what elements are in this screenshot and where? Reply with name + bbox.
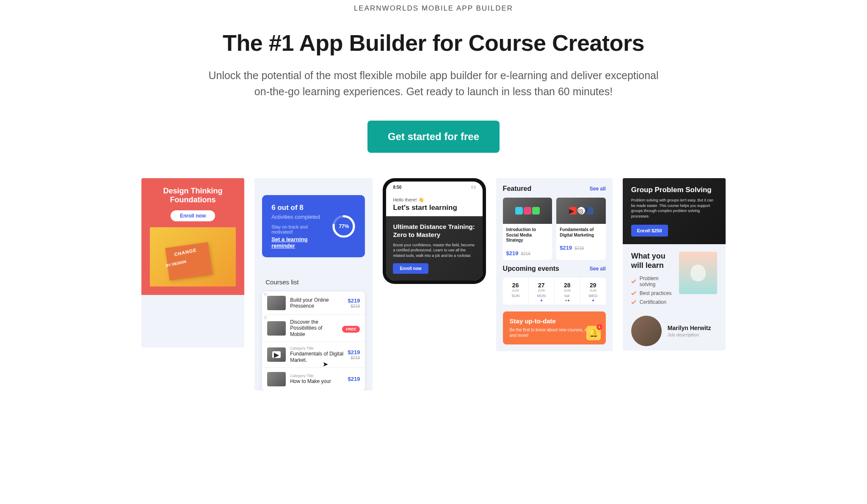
check-icon: [631, 300, 636, 304]
course-description: Problem solving with groups isn't easy. …: [631, 198, 717, 219]
list-item[interactable]: ♡ Build your Online Pressence $219$219: [262, 292, 365, 315]
course-image: BY DESIGN: [150, 227, 236, 286]
list-item[interactable]: ▶ Category TitleFundamentals of Digital …: [262, 342, 365, 368]
eyebrow-text: LEARNWORLDS MOBILE APP BUILDER: [146, 4, 721, 13]
progress-ring: 77%: [332, 215, 356, 238]
panel-featured-events: Featured See all Introduction to Social …: [496, 178, 613, 351]
greeting-text: Hello there! 👋: [393, 197, 475, 203]
course-description: Boost your confidence, master the field,…: [393, 242, 475, 259]
instructor-block: Marilyn Herwitz Job description: [623, 316, 726, 350]
check-item: Problem solving: [631, 275, 673, 287]
learn-heading: What you will learn: [631, 252, 673, 270]
courses-list: ♡ Build your Online Pressence $219$219 ♡…: [262, 292, 365, 391]
check-icon: [631, 279, 636, 284]
check-item: Certification: [631, 299, 673, 305]
panel-group-problem-solving: Group Problem Solving Problem solving wi…: [623, 178, 726, 350]
featured-heading: Featured: [503, 185, 532, 193]
headline: The #1 App Builder for Course Creators: [146, 30, 721, 56]
person-role: Job description: [668, 332, 711, 337]
start-learning-text: Let's start learning: [393, 204, 475, 212]
course-title: Ultimate Distance Training: Zero to Mast…: [393, 223, 475, 239]
check-item: Best practices: [631, 290, 673, 296]
panel-design-thinking: Design Thinking Foundations Enroll now B…: [141, 178, 244, 347]
see-all-link[interactable]: See all: [590, 266, 606, 272]
calendar-day[interactable]: 29JUN WED: [580, 278, 606, 305]
phone-course-banner: Ultimate Distance Training: Zero to Mast…: [386, 216, 482, 281]
card-image: [503, 198, 552, 224]
progress-widget: 6 out of 8 Activities completed Stay on …: [262, 195, 365, 257]
learn-image: [679, 252, 717, 294]
heart-icon[interactable]: ♡: [264, 316, 268, 320]
panel-progress-courses: 6 out of 8 Activities completed Stay on …: [254, 178, 373, 391]
avatar: [631, 316, 662, 346]
person-name: Marilyn Herwitz: [668, 325, 711, 331]
progress-hint: Stay on track and motivated!: [271, 224, 325, 234]
enroll-button[interactable]: Enroll now: [171, 210, 215, 221]
bell-icon[interactable]: 🔔1: [586, 326, 601, 340]
calendar-day[interactable]: 28JUN tue: [555, 278, 580, 305]
calendar-strip: 26JUN SUN 27JUN MON 28JUN tue 29JUN WED: [503, 278, 606, 305]
list-item[interactable]: Category TitleHow to Make your $219: [262, 368, 365, 391]
featured-card[interactable]: Introduction to Social Media Strategy $2…: [503, 198, 552, 260]
set-reminder-link[interactable]: Set a learning reminder: [271, 236, 325, 249]
progress-count: 6 out of 8: [271, 204, 325, 212]
subheadline: Unlock the potential of the most flexibl…: [201, 68, 666, 99]
courses-list-title: Courses list: [265, 278, 365, 286]
get-started-button[interactable]: Get started for free: [367, 121, 500, 153]
signal-icon: 􀙇 􀛨: [472, 185, 476, 190]
enroll-button[interactable]: Enroll now: [393, 263, 428, 274]
see-all-link[interactable]: See all: [590, 186, 606, 192]
calendar-day[interactable]: 27JUN MON: [529, 278, 555, 305]
promo-card: Stay up-to-date Be the first to know abo…: [503, 311, 606, 344]
check-icon: [631, 291, 636, 295]
calendar-day[interactable]: 26JUN SUN: [503, 278, 529, 305]
showcase-panels: Design Thinking Foundations Enroll now B…: [124, 178, 743, 391]
progress-label: Activities completed: [271, 214, 325, 220]
phone-status-bar: 8:50 􀙇 􀛨: [386, 182, 482, 191]
events-heading: Upcoming events: [503, 265, 559, 273]
course-title: Group Problem Solving: [631, 186, 717, 194]
enroll-button[interactable]: Enroll $250: [631, 225, 668, 237]
panel-phone-mockup: 8:50 􀙇 􀛨 Hello there! 👋 Let's start lear…: [383, 178, 486, 284]
list-item[interactable]: ♡ Discover the Possibilities of Mobile F…: [262, 315, 365, 342]
course-title: Design Thinking Foundations: [150, 187, 236, 204]
card-image: ▶◎f: [556, 198, 606, 224]
featured-card[interactable]: ▶◎f Fundamentals of Digital Marketing $2…: [556, 198, 606, 260]
